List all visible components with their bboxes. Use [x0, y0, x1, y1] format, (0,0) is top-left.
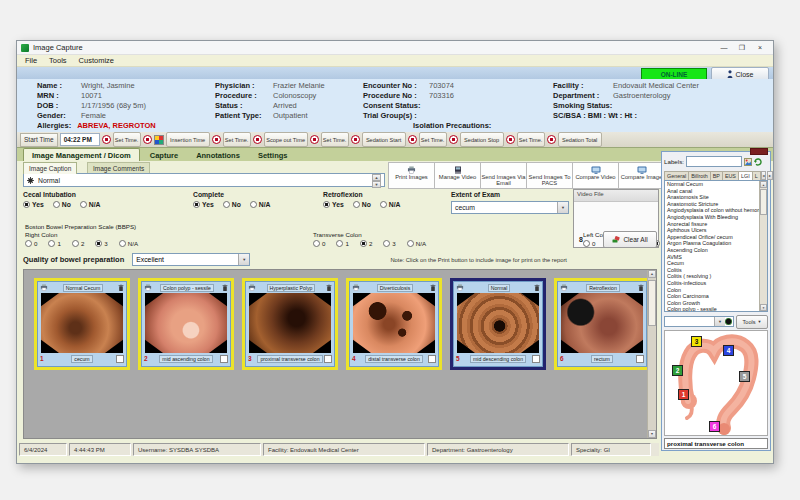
thumbnail-caption[interactable]: Diverticulosis: [377, 284, 414, 292]
tools-button[interactable]: Tools ▼: [736, 315, 768, 329]
compare-image-button[interactable]: Compare Image: [618, 162, 665, 189]
list-item[interactable]: Normal Cecum: [665, 181, 767, 188]
radio-2[interactable]: [360, 240, 367, 247]
tabs-scroll-left-icon[interactable]: ◄: [761, 171, 766, 180]
thumbnail-caption[interactable]: Normal Cecum: [63, 284, 104, 292]
list-item[interactable]: Colitis: [665, 267, 767, 274]
radio-0[interactable]: [583, 240, 590, 247]
refresh-icon[interactable]: [754, 158, 762, 166]
thumbnails-scrollbar[interactable]: ▲ ▼: [647, 270, 656, 438]
set-time-button[interactable]: Set Time.: [321, 132, 349, 147]
clear-all-button[interactable]: Clear All: [603, 231, 657, 248]
subtab-image-caption[interactable]: Image Caption: [23, 162, 77, 174]
manage-video-button[interactable]: Manage Video: [434, 162, 481, 189]
list-item[interactable]: Ascending Colon: [665, 247, 767, 254]
label-filter-select[interactable]: ▼: [664, 316, 734, 327]
picture-icon[interactable]: [744, 158, 752, 166]
caption-spinner[interactable]: ▲ ▼: [372, 174, 381, 186]
list-item[interactable]: Cecum: [665, 260, 767, 267]
list-item[interactable]: Argon Plasma Coagulation: [665, 240, 767, 247]
print-checkbox[interactable]: [220, 355, 228, 363]
tab-eus[interactable]: EUS: [722, 171, 739, 180]
tabs-scroll-right-icon[interactable]: ►: [767, 171, 772, 180]
thumbnail-1[interactable]: Normal Cecum 1 cecum: [34, 278, 130, 370]
tab-billroth[interactable]: Billroth: [688, 171, 710, 180]
tab-settings[interactable]: Settings: [250, 149, 296, 161]
list-item[interactable]: Anastomotic Stricture: [665, 201, 767, 208]
thumbnail-caption[interactable]: Hyperplastic Polyp: [267, 284, 316, 292]
thumbnail-location[interactable]: distal transverse colon: [365, 355, 423, 363]
scrollbar-thumb[interactable]: [648, 280, 656, 326]
set-time-button[interactable]: Set Time.: [419, 132, 447, 147]
sedation-total-button[interactable]: Sedation Total: [558, 132, 602, 147]
radio-no[interactable]: [353, 201, 360, 208]
list-item[interactable]: Colon Growth: [665, 300, 767, 307]
thumbnail-4[interactable]: Diverticulosis 4 distal transverse colon: [346, 278, 442, 370]
printer-icon[interactable]: [456, 284, 464, 291]
list-item[interactable]: Aphthous Ulcers: [665, 227, 767, 234]
trash-icon[interactable]: [430, 284, 436, 292]
thumbnail-caption[interactable]: Normal: [488, 284, 511, 292]
sedation-stop-button[interactable]: Sedation Stop: [460, 132, 504, 147]
trash-icon[interactable]: [326, 284, 332, 292]
print-checkbox[interactable]: [532, 355, 540, 363]
radio-yes[interactable]: [23, 201, 30, 208]
list-item[interactable]: Colitis-infectious: [665, 280, 767, 287]
radio-yes[interactable]: [193, 201, 200, 208]
radio-0[interactable]: [313, 240, 320, 247]
endoscopy-image[interactable]: [457, 293, 539, 353]
printer-icon[interactable]: [144, 284, 152, 291]
thumbnail-location[interactable]: mid descending colon: [470, 355, 526, 363]
tab-partial[interactable]: L: [752, 171, 761, 180]
radio-2[interactable]: [72, 240, 79, 247]
sidebar-handle[interactable]: [750, 148, 768, 155]
image-icon[interactable]: [154, 135, 164, 145]
caption-combo[interactable]: Normal ▲ ▼: [23, 173, 385, 187]
radio-3[interactable]: [95, 240, 102, 247]
insertion-time-button[interactable]: Insertion Time: [166, 132, 210, 147]
list-item[interactable]: Colon Carcinoma: [665, 293, 767, 300]
radio-1[interactable]: [48, 240, 55, 247]
thumbnail-location[interactable]: mid ascending colon: [159, 355, 212, 363]
thumbnail-6[interactable]: Retroflexion 6 rectum: [554, 278, 650, 370]
close-icon[interactable]: ×: [751, 41, 769, 54]
tab-image-management-dicom[interactable]: Image Management / Dicom: [23, 148, 140, 161]
spinner-down-icon[interactable]: ▼: [372, 181, 381, 188]
menu-customize[interactable]: Customize: [79, 56, 114, 65]
compare-video-button[interactable]: Compare Video: [572, 162, 619, 189]
thumbnail-5-selected[interactable]: Normal 5 mid descending colon: [450, 278, 546, 370]
maximize-icon[interactable]: ❐: [733, 41, 751, 54]
dropdown-arrow-icon[interactable]: ▼: [238, 254, 249, 265]
trash-icon[interactable]: [118, 284, 124, 292]
list-item[interactable]: Colon polyp - sessile: [665, 306, 767, 312]
list-item[interactable]: Colitis ( resolving ): [665, 273, 767, 280]
time-record-icon[interactable]: [351, 135, 360, 144]
marker-2-ascending[interactable]: 2: [672, 365, 683, 376]
set-time-button[interactable]: Set Time.: [223, 132, 251, 147]
time-record-icon[interactable]: [102, 135, 111, 144]
thumbnail-location[interactable]: cecum: [71, 355, 92, 363]
set-time-button[interactable]: Set Time.: [517, 132, 545, 147]
thumbnail-2[interactable]: Colon polyp - sessile 2 mid ascending co…: [138, 278, 234, 370]
printer-icon[interactable]: [560, 284, 568, 291]
time-record-icon[interactable]: [212, 135, 221, 144]
list-scrollbar[interactable]: ▲ ▼: [759, 181, 767, 311]
dropdown-arrow-icon[interactable]: ▼: [557, 202, 568, 213]
endoscopy-image[interactable]: [145, 293, 227, 353]
print-checkbox[interactable]: [324, 355, 332, 363]
set-time-button[interactable]: Set Time.: [113, 132, 141, 147]
thumbnail-location[interactable]: rectum: [591, 355, 613, 363]
tab-capture[interactable]: Capture: [142, 149, 186, 161]
send-images-pacs-button[interactable]: Send Images To PACS: [526, 162, 573, 189]
list-item[interactable]: Anal canal: [665, 188, 767, 195]
marker-1-cecum[interactable]: 1: [678, 389, 689, 400]
time-record-icon[interactable]: [143, 135, 152, 144]
list-item[interactable]: Appendiceal Orifice/ cecum: [665, 234, 767, 241]
trash-icon[interactable]: [638, 284, 644, 292]
radio-na[interactable]: [250, 201, 257, 208]
marker-6-rectum[interactable]: 6: [709, 421, 720, 432]
radio-no[interactable]: [53, 201, 60, 208]
printer-icon[interactable]: [40, 284, 48, 291]
endoscopy-image[interactable]: [353, 293, 435, 353]
radio-no[interactable]: [223, 201, 230, 208]
